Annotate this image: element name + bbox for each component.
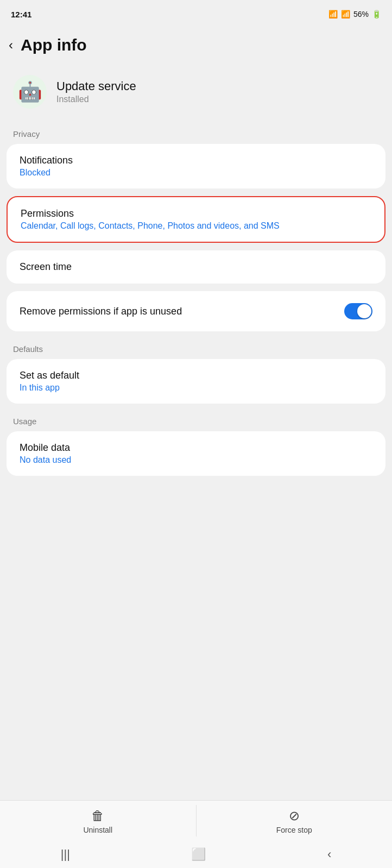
toggle-knob <box>357 304 371 318</box>
signal-icon: 📶 <box>341 10 350 18</box>
screen-time-title: Screen time <box>20 261 372 273</box>
status-time: 12:41 <box>11 10 31 19</box>
battery-icon: 🔋 <box>372 10 381 18</box>
set-as-default-item[interactable]: Set as default In this app <box>7 359 385 404</box>
force-stop-icon: ⊘ <box>289 808 300 823</box>
battery-level: 56% <box>353 10 369 18</box>
back-button[interactable]: ‹ <box>9 37 13 53</box>
mobile-data-item[interactable]: Mobile data No data used <box>7 431 385 476</box>
defaults-section-label: Defaults <box>0 339 392 357</box>
permissions-title: Permissions <box>21 208 371 219</box>
force-stop-button[interactable]: ⊘ Force stop <box>197 801 393 841</box>
app-details: Update service Installed <box>56 79 136 104</box>
set-as-default-title: Set as default <box>20 370 372 381</box>
permissions-item[interactable]: Permissions Calendar, Call logs, Contact… <box>8 197 384 242</box>
uninstall-button[interactable]: 🗑 Uninstall <box>0 801 196 841</box>
app-info-card: 🤖 Update service Installed <box>0 64 392 119</box>
back-nav-button[interactable]: ‹ <box>327 847 331 861</box>
permissions-card[interactable]: Permissions Calendar, Call logs, Contact… <box>7 196 385 243</box>
bottom-action-bar: 🗑 Uninstall ⊘ Force stop <box>0 800 392 841</box>
wifi-icon: 📶 <box>328 10 338 18</box>
status-icons: 📶 📶 56% 🔋 <box>328 10 381 18</box>
notifications-card[interactable]: Notifications Blocked <box>7 144 385 188</box>
remove-permissions-toggle[interactable] <box>344 303 372 319</box>
notifications-item[interactable]: Notifications Blocked <box>7 144 385 188</box>
set-as-default-card[interactable]: Set as default In this app <box>7 359 385 404</box>
page-title: App info <box>21 36 87 54</box>
nav-bar: ||| ⬜ ‹ <box>0 841 392 868</box>
remove-permissions-label: Remove permissions if app is unused <box>20 305 344 318</box>
remove-permissions-card[interactable]: Remove permissions if app is unused <box>7 291 385 331</box>
set-as-default-subtitle: In this app <box>20 383 372 393</box>
uninstall-label: Uninstall <box>83 826 112 834</box>
page-header: ‹ App info <box>0 26 392 64</box>
mobile-data-subtitle: No data used <box>20 455 372 465</box>
usage-section-label: Usage <box>0 411 392 429</box>
app-status: Installed <box>56 95 136 104</box>
screen-time-card[interactable]: Screen time <box>7 250 385 284</box>
notifications-title: Notifications <box>20 155 372 166</box>
privacy-section-label: Privacy <box>0 124 392 142</box>
app-icon: 🤖 <box>13 75 47 109</box>
permissions-subtitle: Calendar, Call logs, Contacts, Phone, Ph… <box>21 221 371 231</box>
home-button[interactable]: ⬜ <box>191 847 206 861</box>
uninstall-icon: 🗑 <box>91 808 104 823</box>
mobile-data-card[interactable]: Mobile data No data used <box>7 431 385 476</box>
remove-permissions-row[interactable]: Remove permissions if app is unused <box>7 291 385 331</box>
force-stop-label: Force stop <box>276 826 312 834</box>
screen-time-item[interactable]: Screen time <box>7 250 385 284</box>
recent-apps-button[interactable]: ||| <box>61 847 70 861</box>
android-robot-icon: 🤖 <box>18 80 42 103</box>
status-bar: 12:41 📶 📶 56% 🔋 <box>0 0 392 26</box>
notifications-subtitle: Blocked <box>20 168 372 178</box>
app-name: Update service <box>56 79 136 93</box>
mobile-data-title: Mobile data <box>20 442 372 454</box>
